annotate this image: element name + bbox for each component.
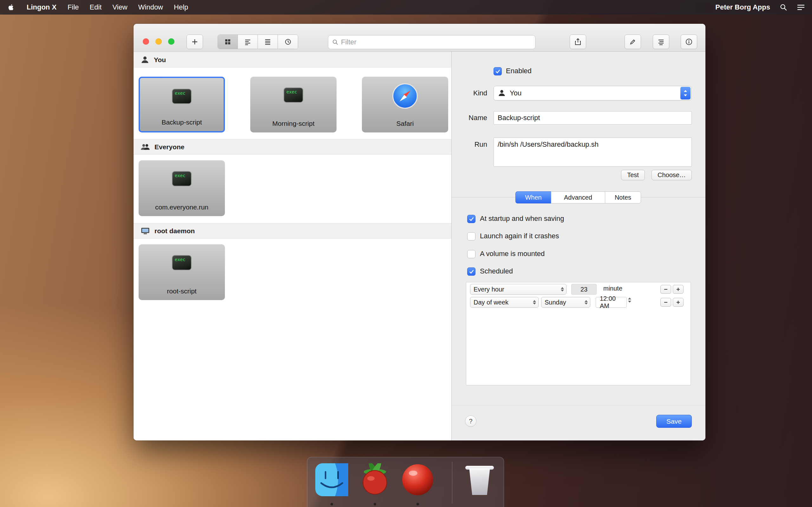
time-stepper[interactable] bbox=[628, 297, 631, 302]
crash-checkbox[interactable] bbox=[467, 232, 475, 240]
schedule-add-button[interactable] bbox=[673, 298, 683, 307]
log-button[interactable] bbox=[653, 35, 669, 49]
save-button[interactable]: Save bbox=[656, 415, 692, 428]
chevron-updown-icon bbox=[561, 287, 564, 291]
red-ball-dock-icon[interactable] bbox=[401, 463, 434, 496]
running-indicator-dot bbox=[416, 503, 419, 505]
pencil-icon bbox=[629, 38, 636, 45]
scheduled-checkbox[interactable] bbox=[467, 268, 475, 276]
job-list-pane: You exec Backup-script exec Morning-scri… bbox=[134, 52, 451, 441]
zoom-button[interactable] bbox=[168, 38, 174, 45]
minus-icon bbox=[664, 287, 668, 291]
close-button[interactable] bbox=[143, 38, 149, 45]
kind-popup[interactable]: You bbox=[494, 86, 692, 101]
job-tile-backup-script[interactable]: exec Backup-script bbox=[139, 77, 225, 132]
plus-icon bbox=[191, 38, 198, 45]
menu-app-name[interactable]: Lingon X bbox=[21, 3, 62, 11]
dock bbox=[307, 457, 504, 507]
schedule-period-select[interactable]: Every hour bbox=[470, 284, 566, 295]
info-icon bbox=[685, 38, 693, 46]
kind-value: You bbox=[510, 89, 521, 97]
log-lines-icon bbox=[658, 38, 664, 45]
view-schedule-segment[interactable] bbox=[278, 35, 298, 49]
view-list-segment[interactable] bbox=[238, 35, 258, 49]
dock-separator bbox=[452, 462, 452, 504]
job-tile-label: Morning-script bbox=[250, 120, 337, 127]
minus-icon bbox=[664, 300, 668, 304]
finder-dock-icon[interactable] bbox=[315, 463, 348, 496]
job-tile-label: root-script bbox=[139, 287, 225, 295]
schedule-period-value: Every hour bbox=[473, 286, 504, 293]
view-mode-segmented-control bbox=[217, 35, 298, 49]
exec-script-icon: exec bbox=[172, 171, 192, 186]
safari-icon bbox=[392, 83, 418, 110]
section-label: You bbox=[154, 56, 166, 64]
menu-vendor-label: Peter Borg Apps bbox=[715, 3, 770, 11]
schedule-dayofweek-select[interactable]: Day of week bbox=[470, 297, 539, 308]
schedule-remove-button[interactable] bbox=[660, 298, 671, 307]
lingon-x-window: You exec Backup-script exec Morning-scri… bbox=[134, 24, 705, 441]
menu-view[interactable]: View bbox=[107, 3, 133, 11]
enabled-checkbox[interactable] bbox=[494, 67, 502, 75]
choose-button[interactable]: Choose… bbox=[652, 170, 692, 180]
volume-label: A volume is mounted bbox=[480, 250, 545, 258]
section-header-you: You bbox=[134, 52, 451, 67]
info-button[interactable] bbox=[681, 35, 697, 49]
edit-button[interactable] bbox=[624, 35, 641, 49]
enabled-label: Enabled bbox=[506, 67, 531, 75]
job-tile-safari[interactable]: Safari bbox=[362, 77, 448, 132]
schedule-day-select[interactable]: Sunday bbox=[541, 297, 590, 308]
schedule-remove-button[interactable] bbox=[660, 285, 671, 294]
volume-checkbox[interactable] bbox=[467, 250, 475, 258]
startup-label: At startup and when saving bbox=[480, 215, 564, 223]
person-icon bbox=[141, 55, 149, 64]
section-label: Everyone bbox=[154, 143, 185, 151]
schedule-minute-input[interactable] bbox=[571, 284, 597, 295]
menu-window[interactable]: Window bbox=[133, 3, 168, 11]
plus-icon bbox=[676, 287, 680, 291]
test-button[interactable]: Test bbox=[621, 170, 645, 180]
window-toolbar bbox=[134, 24, 705, 52]
lingonberry-dock-icon[interactable] bbox=[358, 463, 392, 496]
menu-file[interactable]: File bbox=[62, 3, 84, 11]
schedule-minute-unit: minute bbox=[603, 285, 622, 292]
dense-list-icon bbox=[264, 38, 271, 45]
trash-dock-icon[interactable] bbox=[463, 463, 496, 496]
schedule-add-button[interactable] bbox=[673, 285, 683, 294]
popup-stepper-icon bbox=[680, 87, 691, 100]
name-input[interactable] bbox=[494, 111, 692, 124]
run-label: Run bbox=[455, 140, 487, 149]
share-button[interactable] bbox=[570, 35, 586, 49]
view-grid-segment[interactable] bbox=[218, 35, 238, 49]
menu-edit[interactable]: Edit bbox=[84, 3, 107, 11]
minimize-button[interactable] bbox=[155, 38, 162, 45]
run-textarea[interactable]: /bin/sh /Users/Shared/backup.sh bbox=[494, 137, 692, 167]
exec-script-icon: exec bbox=[172, 89, 192, 104]
inspector-tabs: When Advanced Notes bbox=[515, 191, 641, 204]
tab-notes[interactable]: Notes bbox=[605, 191, 641, 204]
apple-icon bbox=[8, 3, 14, 11]
schedule-time-field[interactable]: 12:00 AM bbox=[596, 297, 627, 308]
tab-advanced[interactable]: Advanced bbox=[551, 191, 605, 204]
job-tile-morning-script[interactable]: exec Morning-script bbox=[250, 77, 337, 132]
spotlight-search-icon[interactable] bbox=[780, 3, 787, 11]
person-icon bbox=[498, 89, 506, 97]
trash-body bbox=[467, 468, 492, 495]
stepper-down-icon[interactable] bbox=[628, 301, 631, 302]
filter-input[interactable] bbox=[341, 38, 531, 46]
help-button[interactable]: ? bbox=[465, 415, 476, 427]
view-dense-segment[interactable] bbox=[258, 35, 278, 49]
job-tile-everyone-run[interactable]: exec com.everyone.run bbox=[139, 160, 225, 216]
notification-list-icon[interactable] bbox=[797, 4, 805, 11]
menu-help[interactable]: Help bbox=[168, 3, 194, 11]
stepper-up-icon[interactable] bbox=[628, 297, 631, 299]
filter-field[interactable] bbox=[328, 35, 536, 49]
startup-checkbox[interactable] bbox=[467, 215, 475, 223]
job-tile-root-script[interactable]: exec root-script bbox=[139, 244, 225, 300]
tab-when[interactable]: When bbox=[515, 191, 551, 204]
list-view-icon bbox=[244, 38, 251, 45]
crash-label: Launch again if it crashes bbox=[480, 232, 559, 240]
add-job-button[interactable] bbox=[187, 35, 203, 49]
plus-icon bbox=[676, 300, 680, 304]
apple-menu[interactable] bbox=[0, 3, 21, 11]
